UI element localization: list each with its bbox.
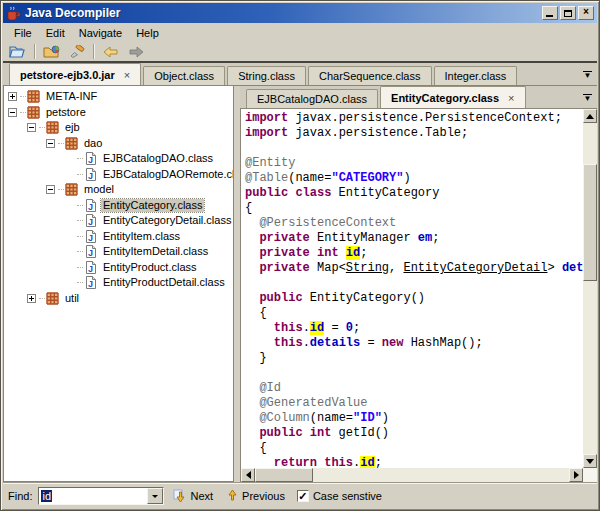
- app-coffee-cup-icon: [6, 6, 21, 21]
- svg-text:J: J: [88, 263, 93, 273]
- tree-connector: [20, 112, 26, 113]
- class-tab[interactable]: EntityCategory.class×: [380, 86, 525, 108]
- class-file-icon: J: [84, 230, 97, 243]
- jar-tab[interactable]: CharSequence.class: [308, 66, 432, 85]
- package-icon: [46, 292, 59, 305]
- vertical-scrollbar[interactable]: [583, 109, 597, 468]
- find-dropdown-button[interactable]: [147, 488, 163, 504]
- find-bar: Find: id Next Previous ✓ Case senstive: [3, 482, 597, 508]
- jar-tab[interactable]: Object.class: [143, 66, 225, 85]
- vertical-scroll-thumb[interactable]: [583, 164, 597, 281]
- title-bar[interactable]: Java Decompiler ×: [3, 3, 597, 23]
- code-line: @Id: [245, 381, 583, 396]
- tree-expander-plus-icon[interactable]: [27, 294, 36, 303]
- tree-item[interactable]: JEJBCatalogDAORemote.class: [4, 167, 233, 183]
- minimize-button[interactable]: [542, 6, 558, 20]
- horizontal-scrollbar[interactable]: [241, 468, 583, 482]
- tree-item[interactable]: META-INF: [4, 89, 233, 105]
- tree-item[interactable]: JEntityProductDetail.class: [4, 275, 233, 291]
- tree-expander-minus-icon[interactable]: [46, 185, 55, 194]
- tree-item[interactable]: dao: [4, 136, 233, 152]
- search-button[interactable]: [66, 43, 88, 61]
- class-file-icon: J: [84, 214, 97, 227]
- app-window: Java Decompiler × FileEditNavigateHelp: [0, 0, 600, 511]
- jar-tab-list-dropdown-icon[interactable]: ▼: [583, 71, 592, 80]
- tree-item[interactable]: JEntityItem.class: [4, 229, 233, 245]
- tree-item-label: EJBCatalogDAORemote.class: [101, 168, 234, 181]
- menu-item-edit[interactable]: Edit: [39, 25, 72, 41]
- tree-item[interactable]: model: [4, 182, 233, 198]
- tree-item[interactable]: JEntityCategoryDetail.class: [4, 213, 233, 229]
- tree-item[interactable]: util: [4, 291, 233, 307]
- tree-item[interactable]: JEntityCategory.class: [4, 198, 233, 214]
- forward-arrow-icon: [128, 46, 144, 58]
- tree-item-label: dao: [82, 137, 104, 150]
- open-folder-icon: [9, 45, 27, 59]
- jar-tab[interactable]: petstore-ejb3.0.jar×: [9, 63, 141, 85]
- svg-text:J: J: [88, 155, 93, 165]
- menu-item-navigate[interactable]: Navigate: [72, 25, 129, 41]
- scroll-down-icon[interactable]: [583, 454, 597, 468]
- tree-expander-minus-icon[interactable]: [27, 123, 36, 132]
- forward-button[interactable]: [125, 43, 147, 61]
- class-file-icon: J: [84, 152, 97, 165]
- jar-tab[interactable]: Integer.class: [434, 66, 518, 85]
- code-line: {: [245, 306, 583, 321]
- class-tab[interactable]: EJBCatalogDAO.class: [246, 89, 378, 108]
- code-line: [245, 141, 583, 156]
- tree-item-label: EntityCategoryDetail.class: [101, 214, 233, 227]
- code-line: this.id = 0;: [245, 321, 583, 336]
- scroll-left-icon[interactable]: [241, 468, 255, 482]
- menu-item-file[interactable]: File: [7, 25, 39, 41]
- code-line: private Map<String, EntityCategoryDetail…: [245, 261, 583, 276]
- case-sensitive-label: Case senstive: [313, 490, 382, 502]
- previous-up-arrow-icon: [225, 489, 238, 503]
- find-input[interactable]: id: [38, 487, 164, 505]
- tree-item-label: META-INF: [44, 90, 99, 103]
- class-file-icon: J: [84, 245, 97, 258]
- previous-label: Previous: [242, 490, 285, 502]
- back-button[interactable]: [100, 43, 122, 61]
- horizontal-scroll-thumb[interactable]: [255, 468, 313, 482]
- class-tab-list-dropdown-icon[interactable]: ▼: [583, 94, 592, 103]
- svg-text:J: J: [88, 248, 93, 258]
- back-arrow-icon: [103, 46, 119, 58]
- find-next-button[interactable]: Next: [170, 488, 216, 504]
- next-label: Next: [190, 490, 213, 502]
- menu-bar: FileEditNavigateHelp: [3, 23, 597, 42]
- menu-item-help[interactable]: Help: [129, 25, 166, 41]
- tree-item[interactable]: JEntityProduct.class: [4, 260, 233, 276]
- tree-item-label: EntityCategory.class: [101, 199, 204, 212]
- svg-text:J: J: [88, 279, 93, 289]
- tree-item[interactable]: petstore: [4, 105, 233, 121]
- find-previous-button[interactable]: Previous: [222, 488, 288, 504]
- maximize-button[interactable]: [560, 6, 576, 20]
- tab-close-icon[interactable]: ×: [124, 69, 130, 81]
- scroll-right-icon[interactable]: [569, 468, 583, 482]
- package-icon: [27, 106, 40, 119]
- tree-item[interactable]: ejb: [4, 120, 233, 136]
- tree-connector: [77, 236, 83, 237]
- tree-item[interactable]: JEJBCatalogDAO.class: [4, 151, 233, 167]
- close-button[interactable]: ×: [578, 6, 594, 20]
- code-line: private EntityManager em;: [245, 231, 583, 246]
- code-text[interactable]: import javax.persistence.PersistenceCont…: [241, 109, 583, 468]
- code-line: {: [245, 201, 583, 216]
- code-view: import javax.persistence.PersistenceCont…: [240, 109, 597, 482]
- tree-expander-plus-icon[interactable]: [8, 92, 17, 101]
- tree-item-label: util: [63, 292, 81, 305]
- tab-close-icon[interactable]: ×: [508, 92, 514, 104]
- search-match-highlight: id: [310, 321, 324, 335]
- tree-expander-minus-icon[interactable]: [46, 139, 55, 148]
- scroll-up-icon[interactable]: [583, 109, 597, 123]
- tree-expander-minus-icon[interactable]: [8, 108, 17, 117]
- tree-item[interactable]: JEntityItemDetail.class: [4, 244, 233, 260]
- package-icon: [65, 183, 78, 196]
- jar-tab[interactable]: String.class: [227, 66, 306, 85]
- tree-connector: [20, 96, 26, 97]
- open-file-button[interactable]: [7, 43, 29, 61]
- case-sensitive-checkbox[interactable]: ✓ Case senstive: [294, 489, 385, 503]
- tree-item-label: EntityItem.class: [101, 230, 182, 243]
- tree-connector: [77, 251, 83, 252]
- save-all-sources-button[interactable]: [41, 43, 63, 61]
